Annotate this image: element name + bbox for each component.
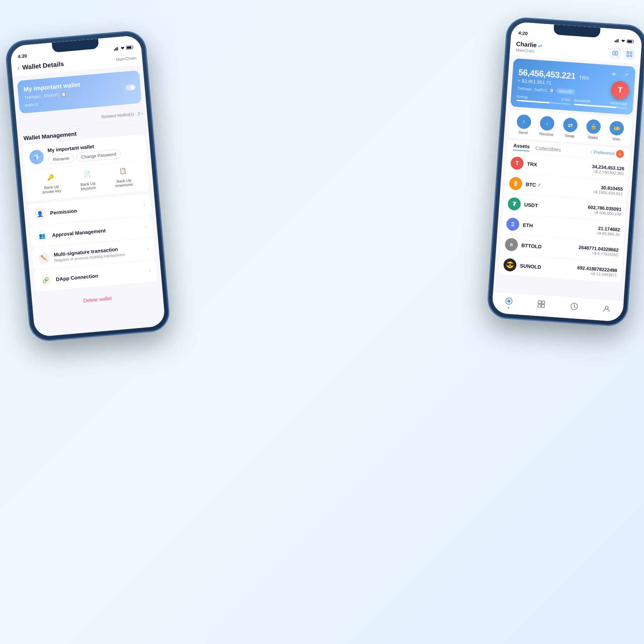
eth-icon: Ξ [506,218,519,231]
left-phone: 4:20 ‹ Wallet Details MainChain My impor… [5,30,170,342]
copy-icon[interactable]: 📋 [61,92,67,97]
trx-symbol: TRX [527,161,592,171]
svg-point-24 [605,306,609,309]
vote-button[interactable]: 🎫 Vote [609,121,625,142]
svg-rect-6 [615,40,615,42]
usdt-balance: 602,786.035091 ≈$ 606,000.199 [587,204,622,216]
chevron-right-approval: › [145,224,147,230]
chevron-right-dapp: › [148,268,151,274]
receive-icon: ↓ [540,116,555,131]
svg-rect-8 [617,39,618,42]
backup-keystore[interactable]: 📄 Back Upkeystore [79,167,96,191]
dapp-icon: 🔗 [40,274,52,287]
tab-assets[interactable]: Assets [513,142,530,151]
energy-value: 37/60 [561,97,570,102]
btt-symbol: BTTOLD [521,243,579,252]
header-chain-left: MainChain [116,55,136,62]
sun-symbol: SUNOLD [520,263,577,272]
nav-profile-icon [602,304,611,314]
delete-wallet-button[interactable]: Delete wallet [36,287,159,312]
change-password-button[interactable]: Change Password [76,149,121,162]
backup-row: 🔑 Back Upprivate key 📄 Back Upkeystore 📋… [30,160,143,196]
mnemonic-icon: 📋 [117,165,130,177]
permission-icon: 👤 [34,208,47,220]
backup-private-key[interactable]: 🔑 Back Upprivate key [41,171,62,194]
right-phone: 4:20 Charlie ⇌ MainChain [487,17,644,326]
svg-rect-13 [627,52,629,53]
receive-button[interactable]: ↓ Receive [539,116,555,137]
svg-rect-20 [542,301,545,304]
user-info: Charlie ⇌ MainChain [516,40,543,54]
right-phone-screen: 4:20 Charlie ⇌ MainChain [492,21,643,322]
btc-icon: ₿ [509,177,522,190]
keystore-icon: 📄 [81,168,93,180]
nav-active-dot [508,307,509,308]
chevron-right-multisig: › [147,246,149,252]
visibility-icon[interactable]: 👁 [609,69,619,79]
svg-rect-15 [627,55,629,57]
nav-collect[interactable] [537,300,546,310]
svg-rect-7 [616,40,616,42]
add-token-button[interactable]: + [616,150,624,158]
sun-icon: 😎 [503,258,517,272]
backup-mnemonic[interactable]: 📋 Back Upmnemonic [113,164,133,188]
svg-point-18 [507,299,511,303]
btc-symbol: BTC ✓ [526,181,594,192]
send-button[interactable]: ↑ Send [516,114,532,135]
btt-balance: 2648771.04328662 ≈$ 6.77419355 [578,244,619,257]
rename-button[interactable]: Rename [48,153,74,165]
address-copy-icon[interactable]: 📋 [549,88,555,93]
balance-currency: TRX [579,75,589,81]
back-button[interactable]: ‹ [17,64,20,72]
svg-rect-19 [538,301,541,304]
swap-icon: ⇄ [563,117,578,133]
multisig-icon: ✏️ [38,252,50,264]
nav-assets[interactable] [504,297,513,308]
approval-icon: 👥 [36,230,48,242]
swap-icon[interactable]: ⇌ [538,43,542,49]
stake-button[interactable]: 🔒 Stake [586,119,601,140]
wallet-card: My important wallet THPvaU...Fhn5YC 📋 In… [17,70,142,113]
svg-rect-1 [115,48,116,50]
chevron-right-permission: › [143,201,145,208]
right-screen-content: Charlie ⇌ MainChain 👁 [492,37,641,322]
swap-button[interactable]: ⇄ Swap [562,117,578,138]
expand-icon[interactable]: ↗ [621,70,631,80]
permission-label: Permission [50,203,139,216]
status-icons-right [615,38,635,44]
trx-icon: T [510,156,524,170]
btt-icon: B [504,238,518,251]
trx-balance: 34,234,453.126 ≈$ 2,760,842,982 [591,164,624,175]
energy-label: Energy [517,94,528,99]
action-buttons: ↑ Send ↓ Receive ⇄ Swap 🔒 Stake 🎫 Vo [508,109,632,146]
btc-balance: 30.810455 ≈$ 1555,934,813 [593,184,623,196]
svg-rect-14 [630,52,632,54]
bandwidth-value: 4000/5000 [610,101,628,106]
scan-icon[interactable] [623,48,635,60]
svg-rect-9 [618,39,619,43]
usdt-icon: ₮ [507,197,521,211]
balance-address: THPwer...5wtfYC [517,86,547,92]
svg-rect-11 [627,40,632,43]
nav-collect-icon [537,300,546,310]
nav-assets-icon [504,297,513,307]
usdt-symbol: USDT [524,202,588,212]
token-list: T TRX 34,234,453.126 ≈$ 2,760,842,982 ₿ … [498,152,629,283]
management-card: 💎 My important wallet Rename Change Pass… [23,134,150,201]
left-screen-content: ‹ Wallet Details MainChain My important … [11,50,166,337]
bandwidth-bar: Bandwidth 4000/5000 [574,98,628,109]
nav-profile[interactable] [602,304,611,314]
add-wallet-icon[interactable] [609,47,621,59]
svg-rect-5 [127,46,131,49]
preference-button[interactable]: ↕ Preference [590,149,615,156]
card-top-icons: 👁 ↗ [609,69,631,80]
send-icon: ↑ [516,114,532,130]
tab-collectibles[interactable]: Collectibles [535,145,561,153]
key-icon: 🔑 [44,171,57,184]
wallet-avatar: 💎 [29,149,44,165]
status-time-left: 4:20 [18,53,27,59]
vote-icon: 🎫 [609,121,625,136]
nav-history[interactable] [570,302,578,312]
svg-rect-21 [538,304,541,307]
svg-rect-3 [117,47,118,50]
